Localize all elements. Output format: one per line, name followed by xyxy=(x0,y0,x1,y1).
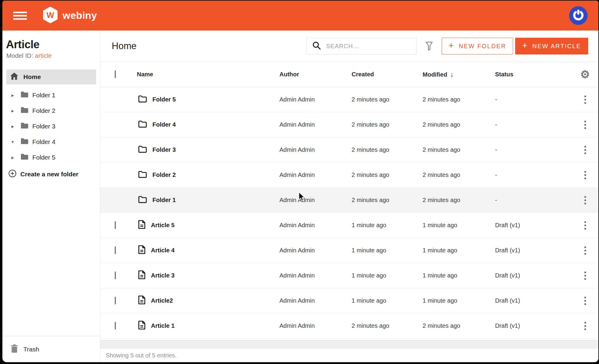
table-row[interactable]: Article 3 Admin Admin 1 minute ago 1 min… xyxy=(100,263,598,288)
row-name[interactable]: Article 3 xyxy=(151,272,175,279)
caret-icon[interactable]: ▸ xyxy=(11,92,20,98)
folder-icon xyxy=(20,91,29,99)
kebab-menu-icon[interactable] xyxy=(581,169,589,181)
sidebar-folder-item[interactable]: ▸ Folder 5 xyxy=(2,150,100,165)
kebab-menu-icon[interactable] xyxy=(581,245,589,257)
caret-icon[interactable]: ▸ xyxy=(11,123,20,130)
row-checkbox[interactable] xyxy=(115,272,116,279)
sidebar-item-home[interactable]: Home xyxy=(6,69,96,84)
home-label: Home xyxy=(23,73,41,81)
new-article-label: NEW ARTICLE xyxy=(533,43,581,50)
table-settings-gear-icon[interactable]: ⚙ xyxy=(580,69,590,80)
column-header-author[interactable]: Author xyxy=(279,71,352,78)
article-icon xyxy=(138,245,146,256)
row-status: Draft (v1) xyxy=(495,297,572,304)
sidebar-folder-item[interactable]: ▾ Folder 4 xyxy=(2,134,100,150)
webiny-hexagon-icon: W xyxy=(43,6,58,25)
sidebar-folder-item[interactable]: ▸ Folder 2 xyxy=(2,103,100,119)
search-input[interactable] xyxy=(326,43,412,50)
caret-icon[interactable]: ▸ xyxy=(11,108,20,114)
kebab-menu-icon[interactable] xyxy=(581,144,589,156)
entries-summary: Showing 5 out of 5 entries. xyxy=(106,352,177,359)
row-modified: 2 minutes ago xyxy=(423,322,495,329)
column-header-modified[interactable]: Modified↓ xyxy=(423,71,495,78)
folder-icon xyxy=(138,170,147,180)
row-author: Admin Admin xyxy=(279,96,352,103)
row-name[interactable]: Article 4 xyxy=(151,247,175,254)
row-name[interactable]: Folder 3 xyxy=(152,146,176,153)
row-modified: 2 minutes ago xyxy=(423,96,495,103)
plus-circle-icon xyxy=(8,169,16,179)
row-name[interactable]: Folder 4 xyxy=(152,121,176,128)
row-name[interactable]: Folder 2 xyxy=(152,172,176,178)
row-author: Admin Admin xyxy=(279,272,352,279)
row-name[interactable]: Article 5 xyxy=(151,222,175,229)
row-created: 1 minute ago xyxy=(352,272,423,279)
folder-label: Folder 4 xyxy=(32,138,55,145)
sidebar-folder-item[interactable]: ▸ Folder 3 xyxy=(2,119,100,134)
row-checkbox[interactable] xyxy=(115,322,116,330)
table-row[interactable]: Article2 Admin Admin 1 minute ago 1 minu… xyxy=(100,288,598,313)
model-id-label: Model ID: xyxy=(6,52,33,59)
kebab-menu-icon[interactable] xyxy=(581,320,589,332)
app-window: W webiny Article Model ID: article xyxy=(2,1,598,362)
folder-icon xyxy=(138,120,147,129)
kebab-menu-icon[interactable] xyxy=(581,194,589,206)
user-avatar[interactable] xyxy=(569,6,588,25)
webiny-logo[interactable]: W webiny xyxy=(43,6,97,25)
folder-label: Folder 5 xyxy=(32,154,55,161)
sidebar-folder-item[interactable]: ▸ Folder 1 xyxy=(2,87,100,103)
folder-icon xyxy=(20,122,29,131)
row-created: 2 minutes ago xyxy=(352,121,423,128)
content-header: Home + N xyxy=(100,31,598,62)
hamburger-menu-icon[interactable] xyxy=(13,10,27,22)
filter-button[interactable] xyxy=(425,41,434,51)
create-folder-button[interactable]: Create a new folder xyxy=(8,169,100,179)
row-modified: 1 minute ago xyxy=(423,297,495,304)
table-row[interactable]: Folder 3 Admin Admin 2 minutes ago 2 min… xyxy=(100,137,598,163)
model-id-value[interactable]: article xyxy=(35,52,52,59)
new-folder-button[interactable]: + NEW FOLDER xyxy=(442,38,513,54)
row-name[interactable]: Article 1 xyxy=(151,322,175,329)
page-title: Home xyxy=(112,41,137,51)
top-app-bar: W webiny xyxy=(2,1,598,31)
horizontal-scrollbar[interactable] xyxy=(100,340,598,348)
new-article-button[interactable]: + NEW ARTICLE xyxy=(515,38,588,54)
table-row[interactable]: Article 5 Admin Admin 1 minute ago 1 min… xyxy=(100,213,598,238)
model-id: Model ID: article xyxy=(6,52,100,59)
row-created: 2 minutes ago xyxy=(352,96,423,103)
table-row[interactable]: Article 1 Admin Admin 2 minutes ago 2 mi… xyxy=(100,313,598,339)
table-row[interactable]: Folder 5 Admin Admin 2 minutes ago 2 min… xyxy=(100,87,598,112)
model-title: Article xyxy=(6,38,100,51)
table-row[interactable]: Folder 2 Admin Admin 2 minutes ago 2 min… xyxy=(100,163,598,188)
caret-icon[interactable]: ▾ xyxy=(11,139,20,145)
row-created: 2 minutes ago xyxy=(352,146,423,153)
table-row[interactable]: Folder 4 Admin Admin 2 minutes ago 2 min… xyxy=(100,112,598,137)
row-name[interactable]: Folder 5 xyxy=(152,96,176,103)
row-checkbox[interactable] xyxy=(115,246,116,254)
sidebar-item-trash[interactable]: Trash xyxy=(2,336,100,362)
kebab-menu-icon[interactable] xyxy=(581,119,589,131)
row-checkbox[interactable] xyxy=(115,221,116,229)
column-header-created[interactable]: Created xyxy=(352,71,423,78)
kebab-menu-icon[interactable] xyxy=(581,219,589,231)
row-name[interactable]: Folder 1 xyxy=(152,197,176,204)
row-modified: 1 minute ago xyxy=(423,222,495,229)
row-created: 1 minute ago xyxy=(352,297,423,304)
sort-descending-icon[interactable]: ↓ xyxy=(450,71,453,78)
kebab-menu-icon[interactable] xyxy=(581,295,589,307)
table-row[interactable]: Folder 1 Admin Admin 2 minutes ago 2 min… xyxy=(100,188,598,213)
row-author: Admin Admin xyxy=(279,222,352,229)
column-header-status[interactable]: Status xyxy=(495,71,572,78)
row-name[interactable]: Article2 xyxy=(151,297,173,304)
row-created: 2 minutes ago xyxy=(352,197,423,204)
column-header-name[interactable]: Name xyxy=(137,71,279,78)
row-status: - xyxy=(495,146,572,153)
kebab-menu-icon[interactable] xyxy=(581,270,589,282)
search-box[interactable] xyxy=(306,38,417,54)
select-all-checkbox[interactable] xyxy=(115,70,116,78)
kebab-menu-icon[interactable] xyxy=(581,94,589,106)
caret-icon[interactable]: ▸ xyxy=(11,154,20,161)
row-checkbox[interactable] xyxy=(115,297,116,304)
table-row[interactable]: Article 4 Admin Admin 1 minute ago 1 min… xyxy=(100,238,598,263)
